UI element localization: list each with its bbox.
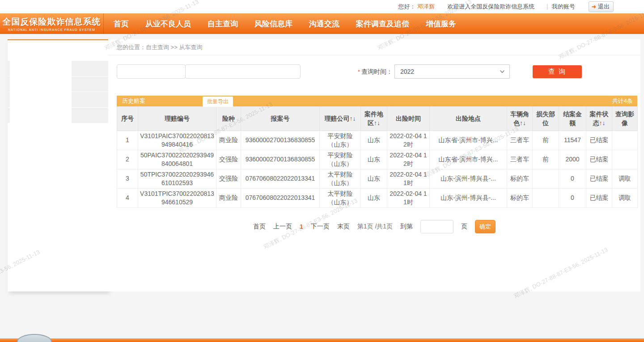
table-cell xyxy=(533,188,559,207)
logout-arrow-icon: ➜ xyxy=(592,4,596,9)
column-header-accident-time: 出险时间 xyxy=(387,106,430,131)
nav-menu: 首页从业不良人员自主查询风险信息库沟通交流案件调查及追偿增值服务 xyxy=(104,13,456,34)
my-account-link[interactable]: 我的账号 xyxy=(552,3,575,11)
sidebar xyxy=(8,39,108,291)
column-header-query-image: 查询影像 xyxy=(612,106,638,131)
query-time-text: 查询时间： xyxy=(361,68,393,75)
table-cell: 山东 xyxy=(361,150,387,169)
nav-item-value-added[interactable]: 增值服务 xyxy=(426,19,456,29)
table-cell: 已结案 xyxy=(586,169,612,188)
query-time-label: *查询时间： xyxy=(358,68,393,76)
column-header-accident-place: 出险地点 xyxy=(430,106,507,131)
table-cell: 2000 xyxy=(559,150,586,169)
main-panel: 您的位置：自主查询 >> 从车查询 *查询时间： 2022 查 询 历史赔案 批… xyxy=(108,39,640,291)
table-cell: 山东省-滨州市-博兴... xyxy=(430,150,507,169)
pagination-first[interactable]: 首页 xyxy=(253,223,266,231)
table-cell: V3101PAIC370022020813949840416 xyxy=(138,131,216,150)
nav-item-risk-info-base[interactable]: 风险信息库 xyxy=(254,19,292,29)
column-header-company[interactable]: 理赔公司↑↓ xyxy=(320,106,361,131)
year-select[interactable]: 2022 xyxy=(394,64,510,79)
table-cell: 标的车 xyxy=(507,188,533,207)
table-cell: 93600002700136830855 xyxy=(241,150,320,169)
topbar-separator: ｜ xyxy=(544,3,550,11)
page-unit-label: 页 xyxy=(461,223,467,231)
table-cell: 2022-02-04 11时 xyxy=(387,169,430,188)
table-cell: 2022-02-04 12时 xyxy=(387,131,430,150)
table-cell: 山东-滨州-博兴县-... xyxy=(430,169,507,188)
required-mark: * xyxy=(358,68,360,75)
table-cell: 标的车 xyxy=(507,169,533,188)
table-cell: 商业险 xyxy=(216,188,241,207)
table-cell: 11547 xyxy=(559,131,586,150)
total-count: 共计4条 xyxy=(612,97,633,105)
table-cell: 已结案 xyxy=(586,150,612,169)
table-cell: 商业险 xyxy=(216,131,241,150)
history-claims-bar: 历史赔案 批量导出 共计4条 xyxy=(117,96,637,106)
table-cell: 0 xyxy=(559,169,586,188)
table-cell xyxy=(533,169,559,188)
table-cell: 3 xyxy=(117,169,138,188)
table-row: 250PAIC370022020293949840064801交强险936000… xyxy=(117,150,638,169)
table-row: 1V3101PAIC370022020813949840416商业险936000… xyxy=(117,131,638,150)
table-cell: 4 xyxy=(117,188,138,207)
column-header-report-no: 报案号 xyxy=(241,106,320,131)
nav-item-bad-practitioners[interactable]: 从业不良人员 xyxy=(145,19,191,29)
logo-subtitle: NATIONAL ANTI INSURANCE FRAUD SYSTEM xyxy=(8,28,95,31)
nav-item-case-investigation[interactable]: 案件调查及追偿 xyxy=(356,19,409,29)
table-cell: 已结案 xyxy=(586,131,612,150)
nav-item-self-query[interactable]: 自主查询 xyxy=(208,19,238,29)
table-cell: V3101TPIC370022020813946610529 xyxy=(138,188,216,207)
column-header-settle-amount: 结案金额 xyxy=(559,106,586,131)
table-cell: 50PAIC370022020293949840064801 xyxy=(138,150,216,169)
topbar: 您好： 邓泽辉 欢迎进入全国反保险欺诈信息系统 ｜ 我的账号 ➜ 退出 xyxy=(0,0,644,13)
table-cell: 50TPIC370022020293946610102593 xyxy=(138,169,216,188)
batch-export-button[interactable]: 批量导出 xyxy=(203,97,233,107)
app-logo: 全国反保险欺诈信息系统 NATIONAL ANTI INSURANCE FRAU… xyxy=(0,13,104,34)
pagination: 首页 上一页 1 下一页 末页 第1页 /共1页 到第 页 确定 xyxy=(108,220,640,233)
search-form: *查询时间： 2022 查 询 xyxy=(108,55,640,96)
table-cell: 平安财险（山东） xyxy=(320,131,361,150)
query-input-right[interactable] xyxy=(185,64,301,79)
column-header-insurance-type: 险种 xyxy=(216,106,241,131)
table-cell: 山东 xyxy=(361,131,387,150)
goto-page-input[interactable] xyxy=(420,220,453,233)
confirm-button[interactable]: 确定 xyxy=(475,220,496,233)
year-select-value: 2022 xyxy=(400,68,414,75)
table-cell: 交强险 xyxy=(216,169,241,188)
footer-bar xyxy=(0,338,644,342)
pagination-next[interactable]: 下一页 xyxy=(311,223,330,231)
table-cell: 前 xyxy=(533,150,559,169)
column-header-vehicle-role[interactable]: 车辆角色↑↓ xyxy=(507,106,533,131)
column-header-claim-no: 理赔编号 xyxy=(138,106,216,131)
sidebar-blank-area xyxy=(10,61,72,126)
logout-button[interactable]: ➜ 退出 xyxy=(589,1,614,12)
breadcrumb: 您的位置：自主查询 >> 从车查询 xyxy=(108,39,640,55)
pagination-prev[interactable]: 上一页 xyxy=(273,223,292,231)
retrieve-image-link[interactable]: 调取 xyxy=(612,169,638,188)
pagination-last[interactable]: 末页 xyxy=(337,223,350,231)
goto-page-label: 到第 xyxy=(400,223,413,231)
table-cell xyxy=(612,131,638,150)
pagination-current-page[interactable]: 1 xyxy=(300,223,303,230)
table-cell: 前 xyxy=(533,131,559,150)
floating-widget[interactable] xyxy=(17,334,52,342)
table-cell: 三者车 xyxy=(507,131,533,150)
retrieve-image-link[interactable]: 调取 xyxy=(612,188,638,207)
column-header-case-status[interactable]: 案件状态↑↓ xyxy=(586,106,612,131)
navbar: 全国反保险欺诈信息系统 NATIONAL ANTI INSURANCE FRAU… xyxy=(0,13,644,34)
table-cell: 山东省-滨州市-博兴... xyxy=(430,131,507,150)
table-cell: 07670608022022013341 xyxy=(241,188,320,207)
nav-item-communication[interactable]: 沟通交流 xyxy=(309,19,339,29)
column-header-case-region[interactable]: 案件地区↑↓ xyxy=(361,106,387,131)
table-row: 4V3101TPIC370022020813946610529商业险076706… xyxy=(117,188,638,207)
query-input-left[interactable] xyxy=(117,64,186,79)
query-button[interactable]: 查 询 xyxy=(533,65,582,78)
table-cell: 2022-02-04 12时 xyxy=(387,150,430,169)
nav-item-home[interactable]: 首页 xyxy=(114,19,129,29)
logout-label: 退出 xyxy=(598,3,610,11)
table-header-row: 序号理赔编号险种报案号理赔公司↑↓案件地区↑↓出险时间出险地点车辆角色↑↓损失部… xyxy=(117,106,638,131)
table-cell: 2 xyxy=(117,150,138,169)
table-cell: 太平财险（山东） xyxy=(320,188,361,207)
table-cell: 山东 xyxy=(361,169,387,188)
pagination-info: 第1页 /共1页 xyxy=(357,223,393,231)
